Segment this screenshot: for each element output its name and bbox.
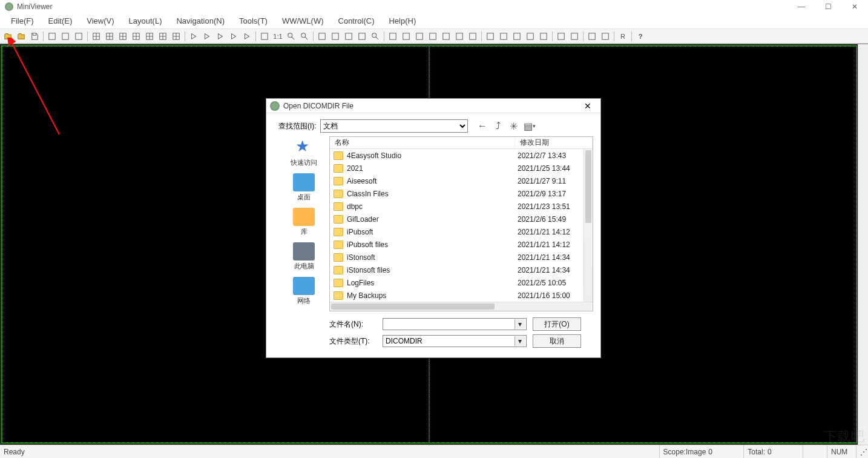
zoom-in-icon[interactable]: [285, 30, 297, 42]
file-row[interactable]: dbpc2021/1/23 13:51: [330, 200, 593, 213]
title-bar: MiniViewer — ☐ ✕: [0, 0, 868, 13]
nav-last-icon[interactable]: [241, 30, 253, 42]
tool-b-icon[interactable]: [599, 30, 611, 42]
menu-layout[interactable]: Layout(L): [122, 15, 169, 27]
menu-control[interactable]: Control(C): [331, 15, 382, 27]
col-name[interactable]: 名称: [330, 137, 515, 148]
file-date: 2021/1/16 15:00: [518, 291, 588, 300]
grid-2-icon[interactable]: [104, 30, 116, 42]
nav-first-icon[interactable]: [188, 30, 200, 42]
file-date: 2021/1/21 14:12: [518, 228, 588, 236]
place-此电脑[interactable]: 此电脑: [283, 242, 325, 271]
look-in-dropdown[interactable]: 文档: [320, 119, 468, 133]
save-icon[interactable]: [28, 30, 41, 42]
filename-input[interactable]: [383, 318, 527, 330]
place-桌面[interactable]: 桌面: [283, 173, 325, 202]
file-row[interactable]: My Backups2021/1/16 15:00: [330, 289, 593, 302]
video-play-icon[interactable]: [555, 30, 567, 42]
file-row[interactable]: iStonsoft2021/1/21 14:34: [330, 251, 593, 264]
file-row[interactable]: 20212021/1/25 13:44: [330, 162, 593, 174]
file-row[interactable]: LogFiles2021/2/5 10:05: [330, 276, 593, 289]
video-stop-icon[interactable]: [568, 30, 580, 42]
file-name: GifLoader: [347, 215, 518, 224]
file-list-header[interactable]: 名称 修改日期: [330, 137, 593, 149]
measure-icon[interactable]: [484, 30, 496, 42]
open-file-icon[interactable]: [15, 30, 27, 42]
fit-icon[interactable]: [258, 30, 271, 42]
contrast-icon[interactable]: [400, 30, 412, 42]
dialog-icon: [270, 101, 280, 111]
nav-play-icon[interactable]: [214, 30, 226, 42]
grid-8-icon[interactable]: [157, 30, 169, 42]
file-row[interactable]: ClassIn Files2021/2/9 13:17: [330, 187, 593, 200]
filename-label: 文件名(N):: [329, 319, 383, 330]
reset-icon[interactable]: [453, 30, 465, 42]
menu-navigation[interactable]: Navigation(N): [169, 15, 231, 27]
menu-ww/wl[interactable]: WW/WL(W): [275, 15, 331, 27]
pointer-icon[interactable]: [316, 30, 328, 42]
file-list-hscroll[interactable]: [330, 302, 593, 311]
hand-icon[interactable]: [329, 30, 341, 42]
menu-tools[interactable]: Tools(T): [232, 15, 275, 27]
close-button[interactable]: ✕: [841, 0, 868, 13]
file-row[interactable]: Aiseesoft2021/1/27 9:11: [330, 174, 593, 187]
grid-6-icon[interactable]: [143, 30, 156, 42]
r-btn-icon[interactable]: R: [617, 30, 629, 42]
open-folder-icon[interactable]: [2, 30, 14, 42]
col-date[interactable]: 修改日期: [515, 137, 593, 148]
nav-prev-icon[interactable]: [201, 30, 213, 42]
rotate-r-icon[interactable]: [356, 30, 368, 42]
text-icon[interactable]: [511, 30, 523, 42]
vertical-scrollbar[interactable]: [858, 44, 868, 445]
onetoone-icon[interactable]: 1:1: [272, 30, 284, 42]
rotate-l-icon[interactable]: [343, 30, 355, 42]
page-icon[interactable]: [46, 30, 58, 42]
window-icon[interactable]: [413, 30, 426, 42]
minimize-button[interactable]: —: [788, 0, 815, 13]
dlg-nav-back-icon[interactable]: ←: [476, 120, 488, 132]
annot-icon[interactable]: [538, 30, 550, 42]
place-快速访问[interactable]: 快速访问: [283, 139, 325, 167]
bright-icon[interactable]: [387, 30, 399, 42]
dlg-nav-new-folder-icon[interactable]: ✳: [508, 120, 520, 132]
cancel-button[interactable]: 取消: [533, 334, 581, 348]
maximize-button[interactable]: ☐: [815, 0, 841, 13]
file-row[interactable]: GifLoader2021/2/6 15:49: [330, 213, 593, 225]
paste-icon[interactable]: [73, 30, 85, 42]
file-date: 2021/1/21 14:12: [518, 241, 588, 249]
grid-1-icon[interactable]: [90, 30, 102, 42]
file-list-vscroll[interactable]: [584, 149, 593, 302]
status-scope-value: 0: [706, 448, 740, 456]
file-row[interactable]: iStonsoft files2021/1/21 14:34: [330, 264, 593, 276]
menu-view[interactable]: View(V): [79, 15, 121, 27]
crop-icon[interactable]: [427, 30, 439, 42]
open-button[interactable]: 打开(O): [533, 317, 581, 331]
grid-4-icon[interactable]: [130, 30, 142, 42]
file-row[interactable]: iPubsoft files2021/1/21 14:12: [330, 238, 593, 251]
grid-2h-icon[interactable]: [117, 30, 129, 42]
dlg-nav-up-icon[interactable]: ⤴: [492, 120, 504, 132]
place-网络[interactable]: 网络: [283, 277, 325, 305]
file-date: 2021/1/25 13:44: [518, 164, 588, 173]
angle-icon[interactable]: [498, 30, 510, 42]
menu-help[interactable]: Help(H): [381, 15, 423, 27]
hide-icon[interactable]: [524, 30, 536, 42]
help-icon[interactable]: ?: [634, 30, 646, 42]
menu-file[interactable]: File(F): [4, 15, 41, 27]
zoom-region-icon[interactable]: [369, 30, 381, 42]
dlg-nav-views-icon[interactable]: ▤▾: [524, 120, 536, 132]
place-库[interactable]: 库: [283, 208, 325, 236]
file-row[interactable]: iPubsoft2021/1/21 14:12: [330, 225, 593, 238]
dialog-close-button[interactable]: ✕: [579, 101, 597, 111]
filetype-dropdown[interactable]: DICOMDIR: [383, 335, 527, 347]
menu-edit[interactable]: Edit(E): [41, 15, 80, 27]
grid-9-icon[interactable]: [170, 30, 182, 42]
zoom-out-icon[interactable]: [298, 30, 311, 42]
file-row[interactable]: 4Easysoft Studio2021/2/7 13:43: [330, 149, 593, 162]
copy-icon[interactable]: [59, 30, 71, 42]
invert-icon[interactable]: [467, 30, 479, 42]
nav-next-icon[interactable]: [228, 30, 240, 42]
dialog-title-bar[interactable]: Open DICOMDIR File ✕: [266, 99, 600, 113]
mag-icon[interactable]: [440, 30, 452, 42]
tool-a-icon[interactable]: [586, 30, 598, 42]
